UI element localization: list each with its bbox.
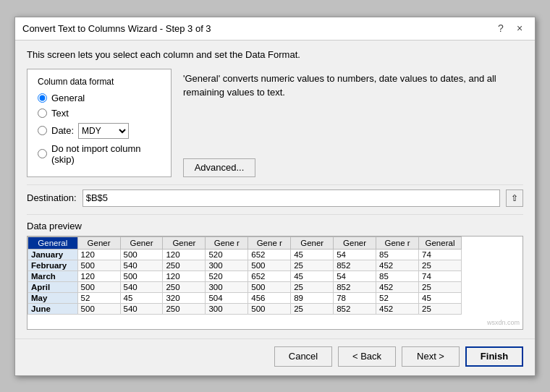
table-cell: 500 — [248, 281, 291, 292]
preview-col-header[interactable]: Gener — [77, 237, 120, 249]
table-cell: 250 — [163, 303, 206, 314]
table-cell: 25 — [418, 281, 461, 292]
column-format-title: Column data format — [38, 77, 161, 87]
table-cell: 500 — [248, 303, 291, 314]
table-cell: 25 — [291, 303, 334, 314]
table-cell: 25 — [418, 303, 461, 314]
preview-col-header[interactable]: Gene r — [206, 237, 248, 249]
radio-general-label: General — [51, 93, 85, 103]
radio-skip-label: Do not import column (skip) — [51, 143, 161, 165]
table-cell: 540 — [120, 303, 163, 314]
next-button[interactable]: Next > — [402, 346, 460, 367]
table-row: May524532050445689785245 — [28, 292, 462, 303]
table-cell: 652 — [248, 270, 291, 281]
table-cell: January — [28, 249, 78, 260]
preview-table-container[interactable]: GeneralGenerGenerGenerGene rGene rGenerG… — [28, 237, 522, 329]
table-cell: 500 — [77, 260, 120, 270]
table-cell: 120 — [163, 270, 206, 281]
cancel-button[interactable]: Cancel — [274, 346, 332, 367]
footer: Cancel < Back Next > Finish — [15, 338, 535, 375]
radio-skip-row: Do not import column (skip) — [38, 143, 161, 165]
preview-col-header[interactable]: Gener — [334, 237, 376, 249]
preview-col-header[interactable]: Gene r — [248, 237, 291, 249]
date-select[interactable]: MDY DMY YMD — [78, 123, 129, 139]
table-cell: 520 — [206, 249, 248, 260]
table-cell: 74 — [418, 249, 461, 260]
radio-skip[interactable] — [38, 149, 47, 158]
table-cell: 452 — [376, 260, 419, 270]
preview-col-header[interactable]: General — [418, 237, 461, 249]
title-bar-buttons: ? × — [493, 20, 528, 36]
table-cell: 250 — [163, 260, 206, 270]
title-bar-left: Convert Text to Columns Wizard - Step 3 … — [22, 23, 211, 34]
table-cell: 25 — [291, 281, 334, 292]
preview-col-header[interactable]: Gener — [120, 237, 163, 249]
table-cell: 54 — [334, 249, 376, 260]
table-cell: 852 — [334, 281, 376, 292]
help-button[interactable]: ? — [493, 20, 509, 36]
table-cell: 500 — [77, 281, 120, 292]
table-cell: 45 — [291, 270, 334, 281]
advanced-button[interactable]: Advanced... — [183, 158, 255, 177]
table-cell: 74 — [418, 270, 461, 281]
destination-row: Destination: ⇧ — [27, 184, 523, 207]
dialog-title: Convert Text to Columns Wizard - Step 3 … — [22, 23, 211, 34]
format-description: 'General' converts numeric values to num… — [183, 72, 523, 100]
preview-col-header[interactable]: Gener — [163, 237, 206, 249]
table-cell: 120 — [163, 249, 206, 260]
table-cell: 120 — [77, 249, 120, 260]
table-cell: 500 — [77, 303, 120, 314]
table-cell: April — [28, 281, 78, 292]
table-cell: 78 — [334, 292, 376, 303]
column-format-box: Column data format General Text Date: MD… — [27, 69, 172, 177]
table-cell: 45 — [418, 292, 461, 303]
radio-date[interactable] — [38, 126, 47, 135]
preview-body: January12050012052065245548574February50… — [28, 249, 462, 314]
right-panel: 'General' converts numeric values to num… — [183, 69, 523, 177]
table-cell: 500 — [120, 249, 163, 260]
table-cell: 500 — [248, 260, 291, 270]
table-cell: 52 — [77, 292, 120, 303]
table-cell: 652 — [248, 249, 291, 260]
table-cell: 452 — [376, 303, 419, 314]
close-button[interactable]: × — [512, 20, 528, 36]
table-cell: 452 — [376, 281, 419, 292]
back-button[interactable]: < Back — [338, 346, 396, 367]
table-cell: 54 — [334, 270, 376, 281]
title-bar: Convert Text to Columns Wizard - Step 3 … — [15, 17, 535, 41]
table-cell: 500 — [120, 270, 163, 281]
preview-col-header[interactable]: Gene r — [376, 237, 419, 249]
dialog: Convert Text to Columns Wizard - Step 3 … — [14, 17, 536, 376]
preview-col-header[interactable]: Gener — [291, 237, 334, 249]
table-cell: 250 — [163, 281, 206, 292]
finish-button[interactable]: Finish — [465, 346, 523, 367]
table-cell: 540 — [120, 281, 163, 292]
table-cell: 52 — [376, 292, 419, 303]
dialog-description: This screen lets you select each column … — [27, 49, 523, 60]
table-cell: 540 — [120, 260, 163, 270]
table-cell: 45 — [291, 249, 334, 260]
radio-date-label: Date: — [51, 125, 74, 136]
watermark: wsxdn.com — [487, 319, 520, 326]
preview-header-row: GeneralGenerGenerGenerGene rGene rGenerG… — [28, 237, 462, 249]
table-row: January12050012052065245548574 — [28, 249, 462, 260]
radio-general[interactable] — [38, 93, 47, 103]
table-cell: 300 — [206, 281, 248, 292]
radio-text[interactable] — [38, 108, 47, 118]
destination-label: Destination: — [27, 192, 77, 203]
table-cell: 852 — [334, 303, 376, 314]
radio-text-row: Text — [38, 108, 161, 119]
destination-icon-button[interactable]: ⇧ — [506, 189, 523, 207]
radio-general-row: General — [38, 93, 161, 103]
table-row: April5005402503005002585245225 — [28, 281, 462, 292]
table-cell: 85 — [376, 249, 419, 260]
table-cell: 320 — [163, 292, 206, 303]
table-cell: 25 — [418, 260, 461, 270]
data-preview-section: Data preview GeneralGenerGenerGenerGene … — [27, 214, 523, 330]
main-section: Column data format General Text Date: MD… — [27, 69, 523, 177]
table-cell: 300 — [206, 260, 248, 270]
preview-col-header[interactable]: General — [28, 237, 78, 249]
preview-table-wrapper: GeneralGenerGenerGenerGene rGene rGenerG… — [27, 236, 523, 330]
destination-input[interactable] — [82, 189, 500, 207]
table-cell: June — [28, 303, 78, 314]
